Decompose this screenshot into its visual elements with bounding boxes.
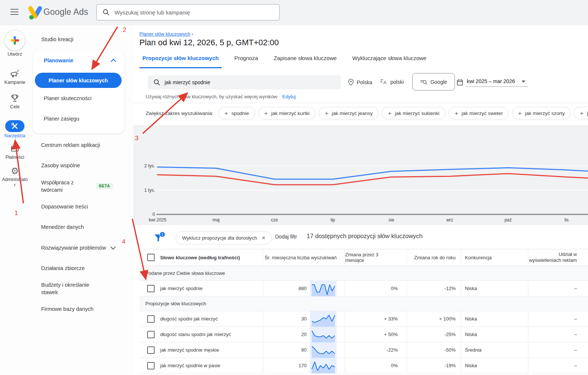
col-ad-share[interactable]: Udział w wyświetleniach reklam [528,249,588,266]
sparkline [310,311,337,327]
yoy-cell: -19% [407,358,461,373]
ad-share-cell: – [528,281,588,296]
sidebar-item-centrum-reklam[interactable]: Centrum reklam aplikacji [41,141,100,149]
x-axis-label: lis [565,217,569,223]
rail-item-platnosci[interactable]: Płatności [0,144,30,160]
edit-link[interactable]: Edytuj [282,94,295,99]
sidebar-item-planer-zasiegu[interactable]: Planer zasięgu [44,116,79,122]
volume-cell: 20 [263,327,345,342]
broaden-chip[interactable]: +jak mierzyć sp [574,107,588,119]
tab-bar: Propozycje słów kluczowych Prognoza Zapi… [139,55,429,68]
search-network-icon [420,79,427,85]
date-range-selector[interactable]: kwi 2025 – mar 2026 [457,78,528,87]
broaden-chip[interactable]: +spodnie [218,107,255,119]
sidebar-group-planowanie[interactable]: Planowanie [44,57,73,63]
filter-funnel-icon[interactable]: 1 [153,231,166,244]
network-selector[interactable]: Google [412,73,455,91]
keyword-cell: jak mierzyć spodnie [139,281,263,296]
rail-item-narzedzia-selected[interactable]: Narzędzia [0,120,30,138]
broaden-chip-label: jak mierzyć szorty [525,111,565,116]
broaden-chip[interactable]: +jak mierzyć sweter [449,107,509,119]
global-search[interactable] [96,4,280,20]
chevron-up-icon[interactable] [111,59,116,62]
rail-item-kampanie[interactable]: Kampanie [0,69,30,85]
broaden-label: Zwiększ zakres wyszukiwania: [146,111,213,116]
sidebar-item-budzety[interactable]: Budżety i określanie stawek [41,281,106,296]
keyword-text: długość stanu spodni jak mierzyć [160,332,231,337]
tab-prognoza[interactable]: Prognoza [231,55,261,68]
row-checkbox[interactable] [147,315,155,323]
sidebar-item-firmowe-bazy[interactable]: Firmowe bazy danych [41,305,93,313]
col-competition[interactable]: Konkurencja [461,249,528,266]
nav-rail: Utwórz Kampanie Cele Narzędzia [0,25,30,375]
language-selector[interactable]: x A polski [380,79,404,85]
ad-share-cell: – [528,358,588,373]
tab-zapisane[interactable]: Zapisane słowa kluczowe [271,55,340,68]
broaden-chip[interactable]: +jak mierzyć szorty [512,107,571,119]
y-axis-label: 0 [152,212,155,217]
sidebar-item-studio-kreacji[interactable]: Studio kreacji [41,36,73,43]
calendar-icon [457,79,463,86]
x-axis-label: wrz [446,217,453,223]
table-row[interactable]: jak mierzyć spodnie w pasie1700%-19%Nisk… [139,358,588,374]
yoy-cell: -12% [407,281,461,296]
col-yoy[interactable]: Zmiana rok do roku [407,249,461,266]
sidebar-item-wspolpraca[interactable]: Współpraca z twórcami [41,179,86,194]
sidebar-item-planer-skutecznosci[interactable]: Planer skuteczności [44,95,92,101]
col-change-3m[interactable]: Zmiana przez 3 miesiące [345,249,407,266]
trophy-icon [10,93,20,103]
close-icon[interactable]: ✕ [261,235,265,241]
table-row[interactable]: długość stanu spodni jak mierzyć20+ 50%-… [139,327,588,342]
keyword-search-field[interactable]: jak mierzyć spodnie [148,75,341,89]
table-row[interactable]: jak mierzyć spodnie8800%-12%Niska– [139,281,588,296]
change-3m-cell: 0% [345,281,407,296]
plus-icon: + [580,110,584,116]
select-all-checkbox[interactable] [147,254,155,261]
location-selector[interactable]: Polska [348,79,372,86]
row-checkbox[interactable] [147,346,155,354]
breadcrumb-link[interactable]: Planer słów kluczowych [139,31,190,37]
sidebar-item-dzialania-zbiorcze[interactable]: Działania zbiorcze [41,264,85,272]
plus-icon: + [388,110,392,116]
create-button[interactable]: Utwórz [0,30,30,57]
add-filter-button[interactable]: Dodaj filtr [275,234,297,240]
sidebar-item-zasoby-wspolne[interactable]: Zasoby wspólne [41,162,80,169]
location-pin-icon [348,79,354,86]
sidebar-item-rozwiazywanie[interactable]: Rozwiązywanie problemów [41,244,106,251]
volume-cell: 90 [263,342,345,358]
table-row[interactable]: długość spodni jak mierzyć30+ 33%+ 100%N… [139,311,588,327]
tools-icon[interactable] [5,120,24,132]
row-checkbox[interactable] [147,331,155,338]
tab-wykluczajace[interactable]: Wykluczające słowa kluczowe [349,55,429,68]
row-checkbox[interactable] [147,285,155,292]
applied-filter-chip[interactable]: Wyklucz propozycje dla dorosłych ✕ [176,231,272,244]
broaden-chip[interactable]: +jak mierzyć sukienki [382,107,445,119]
sidebar-item-menedzer-danych[interactable]: Menedżer danych [41,223,84,231]
sidebar-item-planer-slow-kluczowych[interactable]: Planer słów kluczowych [35,73,122,88]
table-header: Słowo kluczowe (według trafności) Śr. mi… [139,249,588,266]
keyword-cell: jak mierzyć spodnie w pasie [139,358,263,373]
chevron-down-icon[interactable] [110,246,116,250]
broaden-chip-label: jak mierzyć sweter [462,111,503,116]
chart-series-trend-lower-red [158,174,588,185]
menu-icon[interactable] [10,9,19,16]
sidebar-item-dopasowanie[interactable]: Dopasowanie treści [41,203,88,210]
row-checkbox[interactable] [147,362,155,369]
svg-text:1: 1 [161,233,163,237]
broaden-chip[interactable]: +jak mierzyć kurtki [258,107,316,119]
rail-item-cele[interactable]: Cele [0,93,30,109]
tab-propozycje[interactable]: Propozycje słów kluczowych [139,55,222,68]
results-count: 17 dostępnych propozycji słów kluczowych [307,233,423,240]
rail-item-label: Cele [0,104,30,109]
date-range-value[interactable]: kwi 2025 – mar 2026 [465,78,528,87]
col-volume[interactable]: Śr. miesięczna liczba wyszukiwań [263,249,345,266]
search-icon [103,9,109,16]
rail-item-administrator[interactable]: ⚙ Administrator [0,166,30,188]
create-plus-icon[interactable] [5,30,25,50]
global-search-input[interactable] [114,9,271,16]
broaden-chip[interactable]: +jak mierzyć jeansy [319,107,379,119]
x-axis-label: cze [271,217,278,223]
breadcrumb[interactable]: Planer słów kluczowych › [139,31,193,37]
table-row[interactable]: jak mierzyć spodnie męskie90-22%-50%Śred… [139,342,588,358]
translate-icon: x A [380,79,388,85]
